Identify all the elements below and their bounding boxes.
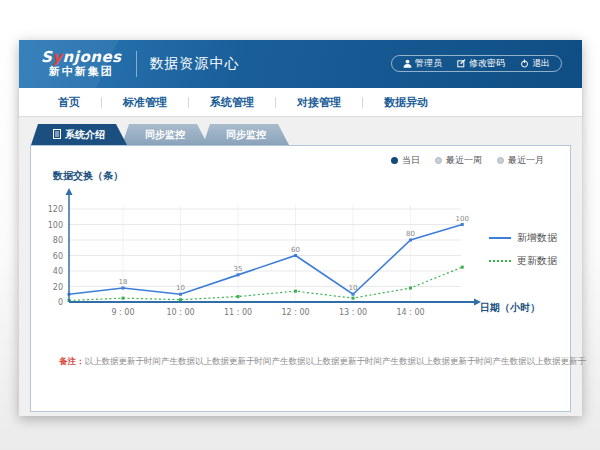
footnote-text: 以上数据更新于时间产生数据以上数据更新于时间产生数据以上数据更新于时间产生数据以… [85,356,587,366]
nav-item-connection-mgmt[interactable]: 对接管理 [276,95,362,110]
page-background: Synjones 新中新集团 数据资源中心 管理员 修改密码 [0,0,600,450]
user-menu-change-password[interactable]: 修改密码 [457,57,505,70]
power-icon [520,59,529,68]
nav-item-data-change[interactable]: 数据异动 [363,95,449,110]
svg-text:20: 20 [53,283,63,292]
svg-text:18: 18 [119,278,128,286]
svg-text:11 : 00: 11 : 00 [224,308,252,317]
user-menu-logout[interactable]: 退出 [520,57,550,70]
page-title: 数据资源中心 [150,55,240,73]
content-area: 系统介绍 同步监控 同步监控 当日 最近一周 [19,117,582,416]
tab-label: 系统介绍 [65,128,105,142]
radio-selected-icon [391,157,398,164]
line-chart: 0204060801001209 : 0010 : 0011 : 0012 : … [47,186,497,321]
legend-updated-data: 更新数据 [489,254,557,268]
legend-new-data-label: 新增数据 [517,231,557,245]
user-menu-change-password-label: 修改密码 [469,57,505,70]
footnote: 备注：以上数据更新于时间产生数据以上数据更新于时间产生数据以上数据更新于时间产生… [59,356,586,368]
user-menu-logout-label: 退出 [532,57,550,70]
user-menu-admin-label: 管理员 [415,57,442,70]
time-range-filters: 当日 最近一周 最近一月 [391,154,544,167]
tab-sync-monitor-2[interactable]: 同步监控 [203,124,289,145]
svg-text:35: 35 [234,265,243,273]
filter-today-label: 当日 [402,154,420,167]
svg-text:10 : 00: 10 : 00 [166,308,194,317]
main-nav: 首页 标准管理 系统管理 对接管理 数据异动 [19,88,582,117]
tab-system-intro[interactable]: 系统介绍 [31,124,127,145]
filter-last-month[interactable]: 最近一月 [497,154,544,167]
dotted-line-icon [489,260,511,262]
svg-text:10: 10 [349,284,358,292]
svg-text:9 : 00: 9 : 00 [111,308,134,317]
svg-text:60: 60 [53,252,63,261]
svg-text:14 : 00: 14 : 00 [396,308,424,317]
app-window: Synjones 新中新集团 数据资源中心 管理员 修改密码 [19,40,582,416]
svg-text:80: 80 [53,236,63,245]
svg-text:13 : 00: 13 : 00 [339,308,367,317]
svg-text:40: 40 [53,267,63,276]
tab-bar: 系统介绍 同步监控 同步监控 [30,124,571,145]
y-axis-title: 数据交换（条） [53,169,123,183]
nav-item-standard-mgmt[interactable]: 标准管理 [102,95,188,110]
legend-new-data: 新增数据 [489,231,557,245]
document-icon [53,129,61,141]
logo-cn: 新中新集团 [41,66,122,78]
user-menu-admin[interactable]: 管理员 [403,57,442,70]
filter-last-month-label: 最近一月 [508,154,544,167]
logo-en: Synjones [41,50,122,66]
svg-text:100: 100 [456,215,469,223]
company-logo: Synjones 新中新集团 [41,50,122,77]
chart-panel: 当日 最近一周 最近一月 数据交换（条） 0204060801001209 : … [30,145,571,412]
nav-item-system-mgmt[interactable]: 系统管理 [189,95,275,110]
nav-item-home[interactable]: 首页 [37,95,101,110]
header-divider [136,51,137,77]
filter-last-week[interactable]: 最近一周 [435,154,482,167]
chart-legend: 新增数据 更新数据 [489,231,557,268]
tab-sync-monitor-1[interactable]: 同步监控 [122,124,208,145]
logo-accent: y [52,48,62,66]
legend-updated-data-label: 更新数据 [517,254,557,268]
svg-text:80: 80 [406,230,415,238]
x-axis-title: 日期（小时） [480,301,540,315]
svg-text:60: 60 [291,246,300,254]
tab-label: 同步监控 [145,128,185,142]
edit-icon [457,59,466,68]
footnote-label: 备注： [59,356,85,366]
filter-last-week-label: 最近一周 [446,154,482,167]
radio-unselected-icon [435,157,442,164]
user-menu: 管理员 修改密码 退出 [391,55,562,72]
svg-text:10: 10 [176,284,185,292]
user-icon [403,59,412,68]
svg-text:120: 120 [48,205,63,214]
filter-today[interactable]: 当日 [391,154,420,167]
tab-label: 同步监控 [226,128,266,142]
radio-unselected-icon [497,157,504,164]
svg-text:0: 0 [58,298,63,307]
svg-text:12 : 00: 12 : 00 [281,308,309,317]
svg-text:100: 100 [48,221,63,230]
solid-line-icon [489,237,511,239]
app-header: Synjones 新中新集团 数据资源中心 管理员 修改密码 [19,40,582,88]
